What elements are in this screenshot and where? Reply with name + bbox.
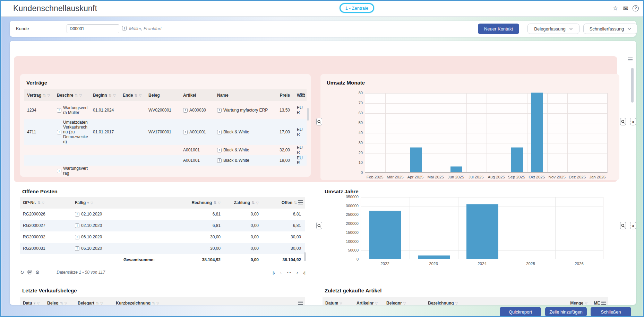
info-icon[interactable]: !	[75, 223, 79, 228]
table-row[interactable]: RG2000026!02.10.20206,810,006,81	[20, 209, 305, 220]
column-header-f-llig[interactable]: Fällig▾▽	[72, 200, 159, 205]
column-header-beleg[interactable]: Beleg	[146, 93, 180, 98]
column-header-belegnr[interactable]: Belegnr▽	[384, 301, 425, 305]
table-row[interactable]: RG2000031!06.10.202030,000,0030,00	[20, 243, 305, 254]
filter-icon[interactable]: ▽	[100, 301, 103, 305]
column-header-artikel[interactable]: Artikel	[180, 93, 214, 98]
year-chart-zoom-button[interactable]	[316, 222, 322, 229]
more-pages-icon[interactable]: ⋯	[287, 270, 291, 275]
print-icon[interactable]	[27, 270, 32, 275]
column-header-vertrag[interactable]: Vertrag⇅▽	[24, 93, 54, 98]
neuer-kontakt-button[interactable]: Neuer Kontakt	[478, 24, 519, 34]
filter-icon[interactable]: ▽	[113, 94, 116, 97]
info-icon[interactable]: !	[57, 130, 61, 134]
sort-icon[interactable]: ⇅	[152, 301, 155, 305]
filter-icon[interactable]: ▽	[79, 94, 82, 97]
help-icon[interactable]: ?	[633, 5, 639, 11]
info-icon[interactable]: !	[183, 108, 188, 113]
filter-icon[interactable]: ▽	[455, 301, 458, 305]
column-menu-icon[interactable]	[601, 301, 606, 305]
bar-2024[interactable]	[466, 204, 498, 259]
refresh-icon[interactable]: ↻	[20, 270, 24, 275]
info-icon[interactable]: !	[57, 108, 61, 113]
filter-icon[interactable]: ▽	[37, 301, 40, 305]
info-icon[interactable]: !	[75, 235, 79, 239]
sort-icon[interactable]: ⇅	[60, 301, 63, 305]
sort-icon[interactable]: ⇅	[134, 93, 137, 98]
column-header-ende[interactable]: Ende⇅▽	[120, 93, 146, 98]
table-row[interactable]: RG2000032!06.10.202030,000,0030,00	[20, 231, 305, 243]
prev-page-icon[interactable]: ‹	[280, 270, 281, 275]
filter-icon[interactable]: ▽	[42, 201, 45, 205]
sort-icon[interactable]: ⇅	[251, 201, 255, 205]
info-icon[interactable]: !	[217, 130, 222, 134]
column-menu-icon[interactable]	[300, 93, 304, 97]
info-icon[interactable]: !	[217, 108, 222, 113]
column-header-menge[interactable]: Menge▽	[558, 301, 592, 305]
column-header-datu[interactable]: Datu▾▽	[20, 301, 44, 305]
page-scrollbar-thumb[interactable]	[631, 68, 634, 103]
filter-icon[interactable]: ▽	[65, 301, 67, 305]
table-row[interactable]: RG2000027!02.10.20206,810,006,81	[20, 220, 305, 231]
dashboard-menu-icon[interactable]	[628, 58, 633, 62]
sort-icon[interactable]: ⇅	[109, 93, 112, 98]
filter-icon[interactable]: ▽	[256, 201, 259, 205]
mail-icon[interactable]: ✉	[622, 5, 629, 12]
column-header-beschre[interactable]: Beschre⇅▽	[54, 93, 90, 98]
column-header-op-nr-[interactable]: OP-Nr.⇅▽	[20, 200, 72, 205]
schnellerfassung-button[interactable]: Schnellerfassung	[583, 24, 637, 34]
column-header-beleg[interactable]: Beleg⇅▽	[44, 301, 75, 305]
schliessen-button[interactable]: Schließen	[591, 307, 631, 317]
month-chart-zoom-button[interactable]	[316, 118, 322, 125]
filter-icon[interactable]: ▽	[91, 201, 93, 205]
vertraege-scrollbar-thumb[interactable]	[307, 108, 309, 121]
zeile-hinzufuegen-button[interactable]: Zeile hinzufügen	[545, 307, 587, 317]
tenant-badge[interactable]: 1 - Zentrale	[340, 3, 374, 13]
last-page-icon[interactable]: ›|	[303, 270, 305, 275]
filter-icon[interactable]: ▽	[340, 301, 342, 305]
bar-jun-2025[interactable]	[450, 166, 462, 172]
year-chart-close-button[interactable]: x	[630, 222, 636, 229]
info-icon[interactable]: !	[217, 148, 222, 152]
info-icon[interactable]: !	[183, 130, 188, 134]
customer-info-icon[interactable]: !	[122, 26, 127, 30]
filter-icon[interactable]: ▽	[48, 94, 50, 97]
table-row[interactable]: 4711!Umsatzdaten Verkaufsrechnu (zu Demo…	[24, 119, 307, 145]
next-page-icon[interactable]: ›	[297, 270, 298, 275]
column-header-belegart[interactable]: Belegart⇅▽	[75, 301, 113, 305]
info-icon[interactable]: !	[217, 158, 222, 163]
sort-icon[interactable]: ⇅	[213, 201, 216, 205]
column-menu-icon[interactable]	[298, 301, 303, 305]
column-header-artikelnr[interactable]: Artikelnr▽	[354, 301, 384, 305]
sort-icon[interactable]: ⇅	[43, 93, 46, 98]
month-chart-close-button[interactable]: x	[630, 118, 636, 125]
bar-sep-2025[interactable]	[511, 147, 523, 172]
column-header-kurzbezeichnung[interactable]: Kurzbezeichnung⇅▽	[113, 301, 227, 305]
table-row[interactable]: !Wartungsvertrag	[24, 166, 307, 176]
sort-icon[interactable]: ⇅	[37, 201, 40, 205]
gear-icon[interactable]: ⚙	[35, 270, 40, 275]
column-header-datum[interactable]: Datum▽	[323, 301, 354, 305]
offene-posten-scrollbar-thumb[interactable]	[304, 252, 306, 261]
column-header-beginn[interactable]: Beginn⇅▽	[90, 93, 120, 98]
year-chart-maximize-button[interactable]	[620, 222, 626, 229]
belegerfassung-button[interactable]: Belegerfassung	[527, 24, 579, 34]
bar-2022[interactable]	[369, 211, 401, 259]
filter-icon[interactable]: ▽	[375, 301, 378, 305]
filter-icon[interactable]: ▽	[403, 301, 406, 305]
first-page-icon[interactable]: |‹	[273, 270, 275, 275]
column-header-zahlung[interactable]: Zahlung⇅▽	[225, 200, 263, 205]
sort-icon[interactable]: ⇅	[96, 301, 99, 305]
customer-input[interactable]	[67, 24, 119, 33]
sort-icon[interactable]: ▾	[87, 201, 89, 205]
column-header-rechnung[interactable]: Rechnung⇅▽	[159, 200, 225, 205]
sort-icon[interactable]: ⇅	[75, 93, 78, 98]
column-header-preis[interactable]: Preis	[275, 93, 294, 98]
sort-icon[interactable]: ⇅	[294, 201, 297, 205]
column-menu-icon[interactable]	[298, 200, 303, 204]
bar-apr-2025[interactable]	[410, 147, 422, 172]
bar-okt-2025[interactable]	[531, 93, 543, 172]
filter-icon[interactable]: ▽	[139, 94, 142, 97]
info-icon[interactable]: !	[57, 169, 61, 173]
table-row[interactable]: 1234!Wartungsvertra Müller01.01.2024WV02…	[24, 101, 307, 119]
